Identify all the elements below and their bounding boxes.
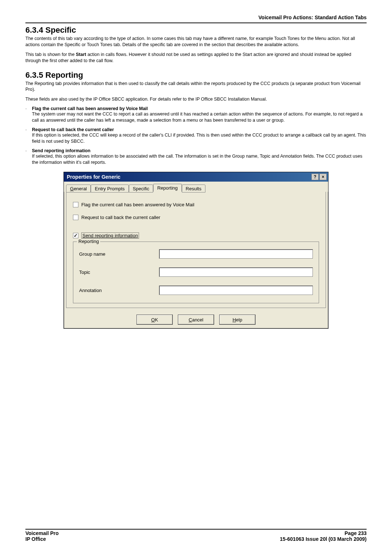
label-topic: Topic bbox=[79, 270, 159, 275]
footer-right-1: Page 233 bbox=[344, 530, 367, 536]
heading-specific: 6.3.4 Specific bbox=[25, 25, 367, 35]
bullet-dot-icon: · bbox=[25, 106, 32, 123]
footer-right-2: 15-601063 Issue 20l (03 March 2009) bbox=[280, 536, 367, 542]
specific-para-2: This tab is shown for the Start action i… bbox=[25, 52, 367, 64]
ok-text: K bbox=[155, 317, 158, 323]
cancel-u: C bbox=[189, 317, 192, 323]
page-footer: Voicemail Pro Page 233 IP Office 15-6010… bbox=[25, 529, 367, 542]
bullet-dot-icon: · bbox=[25, 148, 32, 166]
input-topic[interactable] bbox=[159, 267, 313, 277]
input-annotation[interactable] bbox=[159, 285, 313, 295]
reporting-bullets: · Flag the current call has been answere… bbox=[25, 106, 367, 165]
tab-specific[interactable]: Specific bbox=[129, 185, 154, 193]
dialog-container: Properties for Generic ? × General Entry… bbox=[64, 172, 328, 329]
page-header-breadcrumb: Voicemail Pro Actions: Standard Action T… bbox=[25, 15, 367, 21]
dialog-button-row: OK Cancel Help bbox=[64, 310, 328, 328]
header-rule bbox=[25, 23, 367, 23]
check-request-row: Request to call back the current caller bbox=[73, 215, 319, 220]
bullet-flag-title: Flag the current call has been answered … bbox=[32, 106, 367, 111]
bullet-flag: · Flag the current call has been answere… bbox=[25, 106, 367, 123]
footer-left-2: IP Office bbox=[25, 536, 46, 542]
check-send[interactable] bbox=[73, 233, 78, 238]
bullet-send-title: Send reporting information bbox=[32, 148, 367, 153]
tab-general-label: eneral bbox=[74, 186, 87, 191]
bullet-dot-icon: · bbox=[25, 127, 32, 145]
bullet-flag-text: The system user may not want the CCC to … bbox=[32, 111, 367, 123]
bullet-send: · Send reporting information If selected… bbox=[25, 148, 367, 166]
ok-button[interactable]: OK bbox=[136, 315, 173, 325]
bullet-request-title: Request to call back the current caller bbox=[32, 127, 367, 132]
bullet-request-text: If this option is selected, the CCC will… bbox=[32, 132, 367, 145]
help-u: H bbox=[233, 317, 236, 323]
specific-para-1: The contents of this tab vary according … bbox=[25, 36, 367, 48]
field-group-name-row: Group name bbox=[79, 249, 313, 259]
field-topic-row: Topic bbox=[79, 267, 313, 277]
tab-results[interactable]: Results bbox=[182, 185, 205, 193]
check-flag-label: Flag the current call has been answered … bbox=[81, 202, 194, 207]
properties-dialog: Properties for Generic ? × General Entry… bbox=[64, 172, 328, 329]
check-flag[interactable] bbox=[73, 202, 78, 207]
dialog-help-button[interactable]: ? bbox=[311, 174, 319, 180]
cancel-text: ancel bbox=[192, 317, 203, 323]
check-request-label: Request to call back the current caller bbox=[81, 215, 160, 220]
help-button[interactable]: Help bbox=[219, 315, 256, 325]
tab-entry-prompts[interactable]: Entry Prompts bbox=[91, 185, 128, 193]
footer-rule bbox=[25, 529, 367, 530]
bullet-send-text: If selected, this option allows informat… bbox=[32, 153, 367, 166]
reporting-para-2: These fields are also used by the IP Off… bbox=[25, 96, 367, 102]
reporting-tab-panel: Flag the current call has been answered … bbox=[66, 192, 326, 308]
label-annotation: Annotation bbox=[79, 288, 159, 293]
check-send-label: Send reporting information bbox=[81, 232, 139, 239]
reporting-para-1: The Reporting tab provides information t… bbox=[25, 81, 367, 93]
ok-u: O bbox=[151, 317, 155, 323]
field-annotation-row: Annotation bbox=[79, 285, 313, 295]
input-group-name[interactable] bbox=[159, 249, 313, 259]
heading-reporting: 6.3.5 Reporting bbox=[25, 70, 367, 80]
reporting-group: Reporting Group name Topic Annotation bbox=[73, 242, 319, 303]
dialog-close-button[interactable]: × bbox=[319, 174, 327, 180]
label-group-name: Group name bbox=[79, 251, 159, 257]
dialog-tabs: General Entry Prompts Specific Reporting… bbox=[64, 182, 328, 192]
check-send-row: Send reporting information bbox=[73, 232, 319, 239]
specific-p2-bold: Start bbox=[76, 52, 86, 57]
cancel-button[interactable]: Cancel bbox=[178, 315, 214, 325]
reporting-group-legend: Reporting bbox=[77, 239, 100, 244]
check-flag-row: Flag the current call has been answered … bbox=[73, 202, 319, 207]
footer-left-1: Voicemail Pro bbox=[25, 530, 59, 536]
check-request[interactable] bbox=[73, 215, 78, 220]
specific-p2-pre: This tab is shown for the bbox=[25, 52, 76, 57]
bullet-request: · Request to call back the current calle… bbox=[25, 127, 367, 145]
tab-reporting[interactable]: Reporting bbox=[153, 184, 181, 192]
tab-general[interactable]: General bbox=[66, 185, 91, 193]
tab-general-u: G bbox=[70, 186, 74, 191]
dialog-title: Properties for Generic bbox=[67, 174, 311, 180]
help-text: elp bbox=[236, 317, 242, 323]
dialog-titlebar[interactable]: Properties for Generic ? × bbox=[64, 172, 328, 182]
